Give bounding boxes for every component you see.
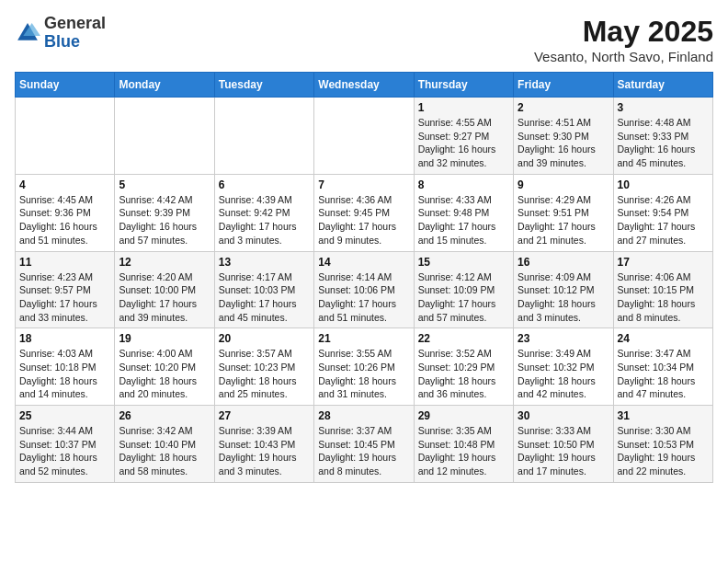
day-info: Sunrise: 4:36 AM Sunset: 9:45 PM Dayligh… <box>318 193 409 247</box>
day-number: 25 <box>19 409 110 422</box>
day-info: Sunrise: 3:44 AM Sunset: 10:37 PM Daylig… <box>19 424 110 478</box>
logo-general-text: General <box>44 15 106 33</box>
day-number: 7 <box>318 178 409 191</box>
day-info: Sunrise: 4:06 AM Sunset: 10:15 PM Daylig… <box>618 270 709 325</box>
day-cell: 12Sunrise: 4:20 AM Sunset: 10:00 PM Dayl… <box>115 251 214 328</box>
day-cell: 29Sunrise: 3:35 AM Sunset: 10:48 PM Dayl… <box>414 406 513 483</box>
day-info: Sunrise: 4:03 AM Sunset: 10:18 PM Daylig… <box>19 347 110 401</box>
day-info: Sunrise: 4:33 AM Sunset: 9:48 PM Dayligh… <box>418 193 509 247</box>
day-cell: 3Sunrise: 4:48 AM Sunset: 9:33 PM Daylig… <box>613 98 712 175</box>
day-cell: 23Sunrise: 3:49 AM Sunset: 10:32 PM Dayl… <box>514 328 613 406</box>
day-info: Sunrise: 3:37 AM Sunset: 10:45 PM Daylig… <box>318 424 409 478</box>
day-cell: 22Sunrise: 3:52 AM Sunset: 10:29 PM Dayl… <box>414 328 513 406</box>
day-number: 1 <box>418 101 509 114</box>
day-cell: 16Sunrise: 4:09 AM Sunset: 10:12 PM Dayl… <box>514 251 613 328</box>
day-info: Sunrise: 4:39 AM Sunset: 9:42 PM Dayligh… <box>219 193 310 247</box>
day-info: Sunrise: 4:23 AM Sunset: 9:57 PM Dayligh… <box>19 270 110 325</box>
day-cell: 5Sunrise: 4:42 AM Sunset: 9:39 PM Daylig… <box>115 174 214 251</box>
day-info: Sunrise: 4:20 AM Sunset: 10:00 PM Daylig… <box>119 270 210 325</box>
day-number: 20 <box>219 332 310 345</box>
week-row-3: 11Sunrise: 4:23 AM Sunset: 9:57 PM Dayli… <box>16 251 713 328</box>
day-number: 10 <box>618 178 709 191</box>
header-day-sunday: Sunday <box>16 73 115 98</box>
day-info: Sunrise: 3:30 AM Sunset: 10:53 PM Daylig… <box>618 424 709 478</box>
calendar-table: SundayMondayTuesdayWednesdayThursdayFrid… <box>15 72 713 483</box>
calendar-subtitle: Vesanto, North Savo, Finland <box>534 49 713 64</box>
day-number: 30 <box>518 409 609 422</box>
header-day-saturday: Saturday <box>613 73 712 98</box>
day-number: 31 <box>618 409 709 422</box>
day-cell: 8Sunrise: 4:33 AM Sunset: 9:48 PM Daylig… <box>414 174 513 251</box>
day-info: Sunrise: 4:17 AM Sunset: 10:03 PM Daylig… <box>219 270 310 325</box>
day-cell <box>16 98 115 175</box>
day-cell <box>115 98 214 175</box>
day-info: Sunrise: 4:26 AM Sunset: 9:54 PM Dayligh… <box>618 193 709 247</box>
day-number: 3 <box>618 101 709 114</box>
day-number: 6 <box>219 178 310 191</box>
day-number: 4 <box>19 178 110 191</box>
header-day-thursday: Thursday <box>414 73 513 98</box>
day-info: Sunrise: 4:42 AM Sunset: 9:39 PM Dayligh… <box>119 193 210 247</box>
day-cell: 9Sunrise: 4:29 AM Sunset: 9:51 PM Daylig… <box>514 174 613 251</box>
header-day-monday: Monday <box>115 73 214 98</box>
header-day-tuesday: Tuesday <box>214 73 313 98</box>
day-info: Sunrise: 4:09 AM Sunset: 10:12 PM Daylig… <box>518 270 609 325</box>
logo-icon <box>15 20 40 46</box>
day-cell: 27Sunrise: 3:39 AM Sunset: 10:43 PM Dayl… <box>214 406 313 483</box>
day-number: 19 <box>119 332 210 345</box>
day-info: Sunrise: 4:55 AM Sunset: 9:27 PM Dayligh… <box>418 116 509 170</box>
header-row: SundayMondayTuesdayWednesdayThursdayFrid… <box>16 73 713 98</box>
day-cell: 17Sunrise: 4:06 AM Sunset: 10:15 PM Dayl… <box>613 251 712 328</box>
day-info: Sunrise: 3:35 AM Sunset: 10:48 PM Daylig… <box>418 424 509 478</box>
day-info: Sunrise: 3:39 AM Sunset: 10:43 PM Daylig… <box>219 424 310 478</box>
day-number: 26 <box>119 409 210 422</box>
day-cell: 1Sunrise: 4:55 AM Sunset: 9:27 PM Daylig… <box>414 98 513 175</box>
day-number: 18 <box>19 332 110 345</box>
day-number: 12 <box>119 256 210 269</box>
day-number: 11 <box>19 256 110 269</box>
day-info: Sunrise: 4:45 AM Sunset: 9:36 PM Dayligh… <box>19 193 110 247</box>
day-number: 29 <box>418 409 509 422</box>
day-cell <box>214 98 313 175</box>
day-number: 8 <box>418 178 509 191</box>
day-info: Sunrise: 3:49 AM Sunset: 10:32 PM Daylig… <box>518 347 609 401</box>
day-number: 5 <box>119 178 210 191</box>
day-info: Sunrise: 4:12 AM Sunset: 10:09 PM Daylig… <box>418 270 509 325</box>
day-number: 27 <box>219 409 310 422</box>
day-number: 15 <box>418 256 509 269</box>
day-number: 24 <box>618 332 709 345</box>
day-cell: 10Sunrise: 4:26 AM Sunset: 9:54 PM Dayli… <box>613 174 712 251</box>
week-row-1: 1Sunrise: 4:55 AM Sunset: 9:27 PM Daylig… <box>16 98 713 175</box>
day-info: Sunrise: 4:00 AM Sunset: 10:20 PM Daylig… <box>119 347 210 401</box>
day-cell: 28Sunrise: 3:37 AM Sunset: 10:45 PM Dayl… <box>314 406 414 483</box>
day-cell: 26Sunrise: 3:42 AM Sunset: 10:40 PM Dayl… <box>115 406 214 483</box>
day-number: 9 <box>518 178 609 191</box>
day-number: 16 <box>518 256 609 269</box>
day-cell: 4Sunrise: 4:45 AM Sunset: 9:36 PM Daylig… <box>16 174 115 251</box>
day-info: Sunrise: 3:55 AM Sunset: 10:26 PM Daylig… <box>318 347 409 401</box>
day-cell: 24Sunrise: 3:47 AM Sunset: 10:34 PM Dayl… <box>613 328 712 406</box>
day-cell: 15Sunrise: 4:12 AM Sunset: 10:09 PM Dayl… <box>414 251 513 328</box>
day-cell: 25Sunrise: 3:44 AM Sunset: 10:37 PM Dayl… <box>16 406 115 483</box>
title-block: May 2025 Vesanto, North Savo, Finland <box>534 15 713 64</box>
week-row-5: 25Sunrise: 3:44 AM Sunset: 10:37 PM Dayl… <box>16 406 713 483</box>
day-cell: 18Sunrise: 4:03 AM Sunset: 10:18 PM Dayl… <box>16 328 115 406</box>
calendar-title: May 2025 <box>534 15 713 49</box>
day-cell: 30Sunrise: 3:33 AM Sunset: 10:50 PM Dayl… <box>514 406 613 483</box>
week-row-2: 4Sunrise: 4:45 AM Sunset: 9:36 PM Daylig… <box>16 174 713 251</box>
day-cell: 21Sunrise: 3:55 AM Sunset: 10:26 PM Dayl… <box>314 328 414 406</box>
day-number: 14 <box>318 256 409 269</box>
day-number: 13 <box>219 256 310 269</box>
day-cell: 13Sunrise: 4:17 AM Sunset: 10:03 PM Dayl… <box>214 251 313 328</box>
day-cell: 20Sunrise: 3:57 AM Sunset: 10:23 PM Dayl… <box>214 328 313 406</box>
header-day-friday: Friday <box>514 73 613 98</box>
day-info: Sunrise: 3:57 AM Sunset: 10:23 PM Daylig… <box>219 347 310 401</box>
day-number: 2 <box>518 101 609 114</box>
day-number: 28 <box>318 409 409 422</box>
day-info: Sunrise: 4:14 AM Sunset: 10:06 PM Daylig… <box>318 270 409 325</box>
day-cell: 6Sunrise: 4:39 AM Sunset: 9:42 PM Daylig… <box>214 174 313 251</box>
page-header: General Blue May 2025 Vesanto, North Sav… <box>15 15 713 64</box>
day-cell: 19Sunrise: 4:00 AM Sunset: 10:20 PM Dayl… <box>115 328 214 406</box>
header-day-wednesday: Wednesday <box>314 73 414 98</box>
day-cell: 7Sunrise: 4:36 AM Sunset: 9:45 PM Daylig… <box>314 174 414 251</box>
